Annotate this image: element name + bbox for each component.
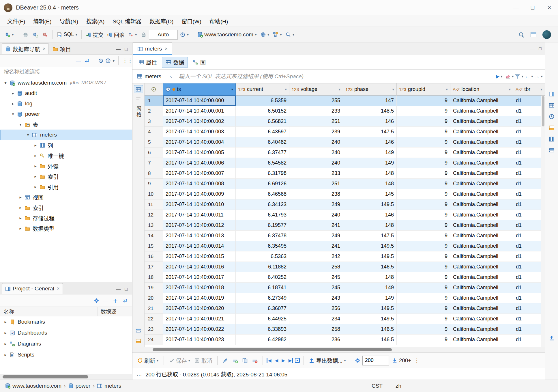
- chevron-down-icon[interactable]: ▾: [501, 74, 503, 79]
- menu-edit[interactable]: 编辑(E): [29, 15, 55, 27]
- column-menu-caret-icon[interactable]: ▾: [392, 87, 394, 92]
- cell-tbr-row2[interactable]: d1: [513, 106, 545, 116]
- chevron-down-icon[interactable]: ▾: [255, 32, 257, 37]
- cell-location-row11[interactable]: California.Campbell: [450, 199, 513, 210]
- row-number[interactable]: 19: [145, 283, 163, 293]
- cell-groupid-row2[interactable]: 9: [397, 106, 450, 116]
- expand-arrow-icon[interactable]: ▾: [10, 112, 16, 116]
- cell-voltage-row6[interactable]: 240: [289, 148, 343, 158]
- reconnect-button[interactable]: [31, 29, 40, 40]
- cell-location-row15[interactable]: California.Campbell: [450, 241, 513, 251]
- chevron-down-icon[interactable]: ▾: [76, 32, 78, 37]
- row-number[interactable]: 14: [145, 231, 163, 241]
- row-number[interactable]: 7: [145, 158, 163, 168]
- cell-location-row14[interactable]: California.Campbell: [450, 231, 513, 241]
- cell-location-row5[interactable]: California.Campbell: [450, 137, 513, 148]
- cell-voltage-row13[interactable]: 241: [289, 220, 343, 231]
- cell-phase-row13[interactable]: 148: [343, 220, 397, 231]
- connection-filter-input[interactable]: [0, 67, 132, 77]
- close-button[interactable]: ×: [541, 0, 558, 15]
- cell-current-row18[interactable]: 6.40252: [236, 272, 289, 283]
- cell-tbr-row23[interactable]: d1: [513, 324, 545, 335]
- cell-groupid-row11[interactable]: 9: [397, 199, 450, 210]
- new-connection-button[interactable]: ▾: [3, 29, 15, 40]
- cell-location-row10[interactable]: California.Campbell: [450, 189, 513, 199]
- subtab-data[interactable]: 数据: [162, 57, 188, 68]
- cell-phase-row24[interactable]: 146.5: [343, 335, 397, 345]
- column-header-phase[interactable]: 123phase▾: [343, 83, 397, 96]
- cell-phase-row21[interactable]: 149.5: [343, 303, 397, 314]
- cell-tbr-row5[interactable]: d1: [513, 137, 545, 148]
- cell-location-row24[interactable]: California.Campbell: [450, 335, 513, 345]
- cancel-button[interactable]: 取消: [193, 355, 214, 366]
- cell-location-row12[interactable]: California.Campbell: [450, 210, 513, 220]
- chevron-down-icon[interactable]: ▾: [157, 358, 159, 363]
- row-number[interactable]: 11: [145, 199, 163, 210]
- quick-search-button[interactable]: [517, 29, 526, 40]
- cell-current-row21[interactable]: 6.36077: [236, 303, 289, 314]
- column-menu-caret-icon[interactable]: ▾: [285, 87, 287, 92]
- tree-item-power[interactable]: ▾power: [0, 109, 132, 119]
- cell-ts-row11[interactable]: 2017-07-14 10:40:00.010: [163, 199, 236, 210]
- first-row-button[interactable]: ◀: [267, 358, 272, 363]
- expand-arrow-icon[interactable]: ▸: [18, 226, 23, 231]
- cell-location-row2[interactable]: California.Campbell: [450, 106, 513, 116]
- view-menu-icon[interactable]: ⋮⋮: [122, 57, 129, 64]
- cell-groupid-row24[interactable]: 9: [397, 335, 450, 345]
- active-catalog-button[interactable]: ▾: [259, 29, 271, 40]
- cell-ts-row13[interactable]: 2017-07-14 10:40:00.012: [163, 220, 236, 231]
- expand-arrow-icon[interactable]: ▸: [33, 143, 38, 148]
- expand-arrow-icon[interactable]: ▸: [3, 320, 8, 324]
- calc-panel-button[interactable]: [547, 124, 556, 132]
- cell-ts-row24[interactable]: 2017-07-14 10:40:00.023: [163, 335, 236, 345]
- expand-arrow-icon[interactable]: ▸: [3, 352, 8, 357]
- cell-tbr-row24[interactable]: d1: [513, 335, 545, 345]
- cell-tbr-row3[interactable]: d1: [513, 116, 545, 127]
- row-number[interactable]: 8: [145, 168, 163, 179]
- maximize-results-button[interactable]: [547, 334, 556, 342]
- cell-current-row1[interactable]: 6.5359: [236, 96, 289, 106]
- cell-location-row13[interactable]: California.Campbell: [450, 220, 513, 231]
- expand-arrow-icon[interactable]: ▸: [3, 331, 8, 335]
- column-menu-caret-icon[interactable]: ▾: [509, 87, 511, 92]
- open-perspective-button[interactable]: [529, 29, 538, 40]
- clear-filter-icon[interactable]: [505, 74, 511, 79]
- chevron-down-icon[interactable]: ▾: [512, 74, 514, 79]
- cell-current-row9[interactable]: 6.69126: [236, 179, 289, 189]
- row-number[interactable]: 18: [145, 272, 163, 283]
- cell-current-row13[interactable]: 6.19577: [236, 220, 289, 231]
- cell-tbr-row14[interactable]: d1: [513, 231, 545, 241]
- cell-groupid-row10[interactable]: 9: [397, 189, 450, 199]
- disconnect-button[interactable]: [40, 29, 50, 40]
- tree-item-引用[interactable]: ▸引用: [0, 182, 132, 192]
- edit-record-button[interactable]: [221, 355, 229, 366]
- tree-item-www.taosdemo.com[interactable]: ▾www.taosdemo.comjdbc:TAOS-WS:/...: [0, 78, 132, 88]
- apply-filter-icon[interactable]: ▶: [496, 74, 499, 79]
- cell-phase-row15[interactable]: 149.5: [343, 241, 397, 251]
- cell-voltage-row7[interactable]: 240: [289, 158, 343, 168]
- cell-phase-row7[interactable]: 149: [343, 158, 397, 168]
- grid-vertical-scrollbar[interactable]: [541, 96, 545, 347]
- cell-phase-row4[interactable]: 147.5: [343, 127, 397, 137]
- tree-item-数据类型[interactable]: ▸数据类型: [0, 223, 132, 234]
- cell-location-row9[interactable]: California.Campbell: [450, 179, 513, 189]
- cell-tbr-row22[interactable]: d1: [513, 314, 545, 324]
- cell-tbr-row12[interactable]: d1: [513, 210, 545, 220]
- chevron-down-icon[interactable]: ▾: [541, 74, 543, 79]
- next-row-button[interactable]: ▶: [281, 358, 286, 363]
- language-indicator[interactable]: zh: [389, 380, 408, 392]
- cell-phase-row20[interactable]: 149: [343, 293, 397, 303]
- cell-tbr-row21[interactable]: d1: [513, 303, 545, 314]
- status-menu-icon[interactable]: …: [136, 371, 142, 377]
- column-menu-caret-icon[interactable]: ▾: [446, 87, 448, 92]
- cell-current-row11[interactable]: 6.34123: [236, 199, 289, 210]
- chevron-down-icon[interactable]: ▾: [188, 358, 190, 363]
- cell-voltage-row8[interactable]: 233: [289, 168, 343, 179]
- cell-tbr-row10[interactable]: d1: [513, 189, 545, 199]
- cell-tbr-row17[interactable]: d1: [513, 262, 545, 272]
- cell-groupid-row14[interactable]: 9: [397, 231, 450, 241]
- cell-tbr-row19[interactable]: d1: [513, 283, 545, 293]
- expand-filter-icon[interactable]: ↔: [167, 72, 175, 80]
- cell-ts-row15[interactable]: 2017-07-14 10:40:00.014: [163, 241, 236, 251]
- editor-tab-meters[interactable]: meters ×: [133, 42, 172, 55]
